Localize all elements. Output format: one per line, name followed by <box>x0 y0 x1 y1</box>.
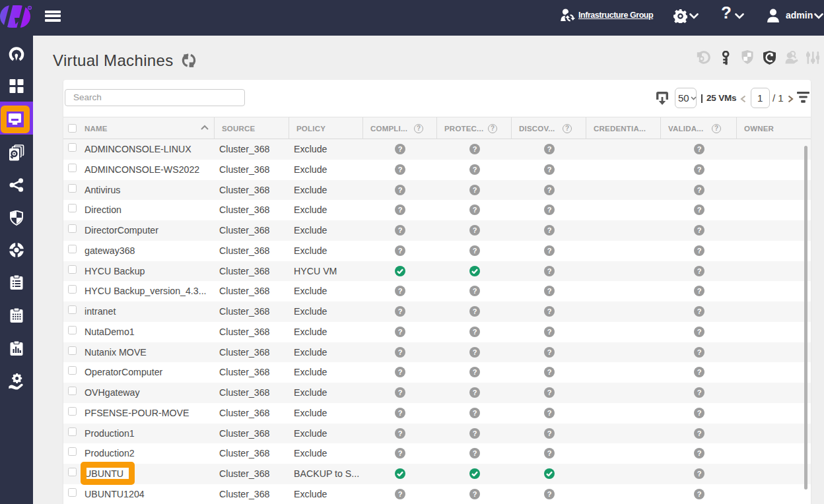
svg-text:R: R <box>28 6 31 10</box>
